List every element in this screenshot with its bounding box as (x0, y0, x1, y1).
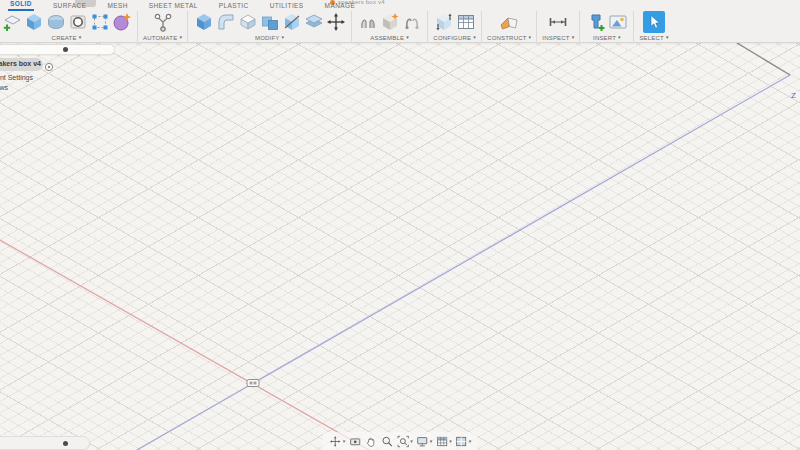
orbit-glyph (329, 435, 342, 448)
browser-item-document-settings[interactable]: Document Settings (0, 74, 33, 81)
new-component-icon[interactable] (379, 12, 400, 33)
viewports-icon[interactable]: ▾ (455, 435, 472, 448)
hole-icon[interactable] (67, 12, 88, 33)
look-at-glyph (348, 435, 361, 448)
browser-root-label[interactable]: speakers box v4 (0, 60, 41, 67)
group-label-automate[interactable]: AUTOMATE▾ (143, 33, 182, 42)
pan-icon[interactable] (364, 435, 377, 448)
navigation-bar: ▾▾▾▾▾ (323, 432, 478, 450)
axes-overlay: Z (0, 43, 800, 450)
fillet-icon[interactable] (215, 12, 236, 33)
fit-icon[interactable]: ▾ (396, 435, 413, 448)
group-label-inspect[interactable]: INSPECT▾ (542, 33, 574, 42)
tab-mesh[interactable]: MESH (105, 2, 129, 11)
chevron-down-icon: ▾ (449, 439, 452, 444)
timeline-options-icon[interactable] (63, 441, 68, 446)
group-assemble: ASSEMBLE▾ (351, 11, 427, 43)
chevron-down-icon: ▾ (79, 35, 82, 40)
tab-bar: SOLIDSURFACEMESHSHEET METALPLASTICUTILIT… (0, 0, 357, 11)
tab-sheet-metal[interactable]: SHEET METAL (147, 2, 200, 11)
tab-plastic[interactable]: PLASTIC (217, 2, 251, 11)
chevron-down-icon: ▾ (469, 439, 472, 444)
press-pull-icon[interactable] (193, 12, 214, 33)
insert-derive-icon[interactable] (585, 12, 606, 33)
measure-icon[interactable] (548, 12, 569, 33)
group-select: SELECT▾ (633, 11, 673, 43)
toolbar-groups: CREATE▾AUTOMATE▾MODIFY▾ASSEMBLE▾CONFIGUR… (0, 11, 674, 43)
fit-glyph (396, 435, 409, 448)
tab-surface[interactable]: SURFACE (51, 2, 89, 11)
orbit-icon[interactable]: ▾ (329, 435, 346, 448)
tab-manage[interactable]: MANAGE (323, 2, 358, 11)
automate-icon[interactable] (152, 12, 173, 33)
pan-glyph (364, 435, 377, 448)
toolbar: speakers box v4 SOLIDSURFACEMESHSHEET ME… (0, 0, 800, 43)
timeline-bar[interactable] (0, 436, 90, 450)
grid-settings-icon[interactable]: ▾ (435, 435, 452, 448)
axis-label: Z (791, 91, 796, 100)
display-settings-icon[interactable]: ▾ (416, 435, 433, 448)
grid-settings-glyph (435, 435, 448, 448)
zoom-icon[interactable] (380, 435, 393, 448)
chevron-down-icon: ▾ (179, 35, 182, 40)
viewports-glyph (455, 435, 468, 448)
configure-icon[interactable] (433, 12, 454, 33)
zoom-glyph (380, 435, 393, 448)
group-label-select[interactable]: SELECT▾ (639, 33, 668, 42)
group-configure: CONFIGURE▾ (427, 11, 481, 43)
group-create: CREATE▾ (0, 11, 137, 43)
joint-icon[interactable] (357, 12, 378, 33)
insert-image-icon[interactable] (607, 12, 628, 33)
browser-header[interactable] (0, 44, 115, 55)
viewport-canvas[interactable]: Z speakers box v4 Document Settings Name… (0, 43, 800, 450)
group-label-modify[interactable]: MODIFY▾ (255, 33, 284, 42)
y-axis-line (137, 75, 790, 450)
offset-face-icon[interactable] (303, 12, 324, 33)
chevron-down-icon: ▾ (282, 35, 285, 40)
grid-edge-line (737, 43, 790, 75)
tab-utilities[interactable]: UTILITIES (268, 2, 306, 11)
display-settings-glyph (416, 435, 429, 448)
chevron-down-icon: ▾ (572, 35, 575, 40)
browser-item-named-views[interactable]: Named Views (0, 84, 8, 91)
group-label-configure[interactable]: CONFIGURE▾ (433, 33, 476, 42)
group-insert: INSERT▾ (579, 11, 633, 43)
chevron-down-icon: ▾ (410, 439, 413, 444)
origin-marker[interactable] (247, 380, 259, 387)
group-label-insert[interactable]: INSERT▾ (593, 33, 621, 42)
move-icon[interactable] (325, 12, 346, 33)
construct-plane-icon[interactable] (499, 12, 520, 33)
chevron-down-icon: ▾ (343, 439, 346, 444)
group-label-assemble[interactable]: ASSEMBLE▾ (370, 33, 409, 42)
group-label-create[interactable]: CREATE▾ (52, 33, 82, 42)
box-icon[interactable] (23, 12, 44, 33)
x-axis-line (0, 240, 369, 450)
create-form-icon[interactable] (111, 12, 132, 33)
split-body-icon[interactable] (281, 12, 302, 33)
combine-icon[interactable] (259, 12, 280, 33)
group-automate: AUTOMATE▾ (137, 11, 187, 43)
group-inspect: INSPECT▾ (536, 11, 579, 43)
chevron-down-icon: ▾ (473, 35, 476, 40)
form-icon[interactable] (45, 12, 66, 33)
select-icon[interactable] (643, 11, 666, 33)
visibility-eye-icon[interactable] (44, 62, 54, 72)
chevron-down-icon: ▾ (618, 35, 621, 40)
browser-options-icon[interactable] (63, 47, 68, 52)
chevron-down-icon: ▾ (666, 35, 669, 40)
tab-solid[interactable]: SOLID (8, 0, 34, 11)
shell-icon[interactable] (237, 12, 258, 33)
group-label-construct[interactable]: CONSTRUCT▾ (487, 33, 531, 42)
group-modify: MODIFY▾ (187, 11, 351, 43)
look-at-icon[interactable] (348, 435, 361, 448)
group-construct: CONSTRUCT▾ (481, 11, 536, 43)
chevron-down-icon: ▾ (406, 35, 409, 40)
configuration-table-icon[interactable] (455, 12, 476, 33)
create-sketch-icon[interactable] (1, 12, 22, 33)
chevron-down-icon: ▾ (430, 439, 433, 444)
as-built-joint-icon[interactable] (401, 12, 422, 33)
sketch-dashed-icon[interactable] (89, 12, 110, 33)
chevron-down-icon: ▾ (529, 35, 532, 40)
